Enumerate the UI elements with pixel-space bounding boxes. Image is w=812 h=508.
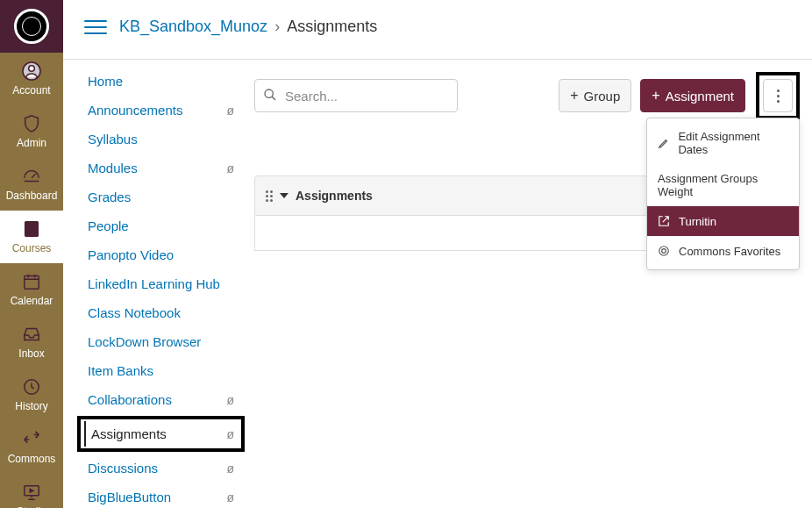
global-nav: Account Admin Dashboard Courses Calendar… (0, 0, 63, 508)
main-content: + Group + Assignment Edit Assignment Dat… (254, 72, 800, 251)
nav-label: Inbox (18, 347, 44, 360)
nav-label: Commons (8, 453, 56, 465)
nav-label: Account (12, 84, 50, 97)
svg-rect-3 (25, 276, 39, 290)
assignment-group-body (254, 216, 649, 251)
group-title: Assignments (296, 189, 373, 203)
breadcrumb-course[interactable]: KB_Sandbox_Munoz (119, 18, 267, 36)
nav-history[interactable]: History (0, 368, 63, 421)
cnav-itembanks[interactable]: Item Banks (84, 356, 238, 385)
svg-point-1 (29, 66, 35, 72)
nav-label: Dashboard (6, 190, 58, 202)
nav-courses[interactable]: Courses (0, 211, 63, 263)
menu-turnitin[interactable]: Turnitin (647, 206, 799, 236)
button-label: Group (584, 89, 621, 104)
nav-inbox[interactable]: Inbox (0, 316, 63, 368)
menu-edit-dates[interactable]: Edit Assignment Dates (647, 122, 799, 164)
nav-commons[interactable]: Commons (0, 421, 63, 474)
toolbar: + Group + Assignment Edit Assignment Dat… (254, 72, 800, 119)
cnav-notebook[interactable]: Class Notebook (84, 298, 238, 327)
add-assignment-button[interactable]: + Assignment (640, 79, 745, 112)
book-icon (20, 218, 43, 240)
cnav-modules[interactable]: Modulesø (84, 154, 238, 182)
add-group-button[interactable]: + Group (559, 79, 631, 112)
plus-icon: + (652, 88, 659, 104)
shield-icon (20, 112, 43, 135)
hidden-icon: ø (226, 104, 234, 118)
hidden-icon: ø (226, 427, 234, 441)
user-circle-icon (20, 60, 43, 82)
gauge-icon (20, 165, 43, 188)
cnav-lockdown[interactable]: LockDown Browser (84, 327, 238, 356)
more-options-menu: Edit Assignment Dates Assignment Groups … (646, 118, 800, 270)
svg-point-8 (659, 247, 669, 256)
svg-rect-2 (25, 222, 39, 237)
nav-dashboard[interactable]: Dashboard (0, 158, 63, 211)
cnav-announcements[interactable]: Announcementsø (84, 96, 238, 125)
cnav-discussions[interactable]: Discussionsø (84, 454, 238, 483)
search-wrap (254, 79, 458, 112)
pencil-icon (658, 136, 671, 150)
breadcrumb-page: Assignments (287, 18, 377, 36)
presentation-icon (20, 481, 43, 504)
nav-label: Courses (12, 242, 52, 254)
logo[interactable] (0, 0, 63, 53)
button-label: Assignment (666, 89, 734, 104)
nav-label: Admin (17, 137, 46, 149)
hidden-icon: ø (226, 490, 234, 504)
svg-point-7 (662, 249, 666, 254)
menu-commons-favorites[interactable]: Commons Favorites (647, 236, 799, 266)
cnav-panopto[interactable]: Panopto Video (84, 240, 238, 269)
hidden-icon: ø (226, 393, 234, 407)
assignment-group-header[interactable]: Assignments (254, 175, 649, 216)
clock-icon (20, 376, 43, 398)
export-icon (658, 214, 672, 228)
header: KB_Sandbox_Munoz › Assignments (63, 0, 812, 60)
hamburger-icon[interactable] (84, 16, 107, 39)
breadcrumb-separator: › (274, 18, 280, 36)
svg-point-6 (265, 89, 273, 97)
cnav-assignments[interactable]: Assignmentsø (84, 421, 238, 447)
hidden-icon: ø (226, 161, 234, 175)
nav-calendar[interactable]: Calendar (0, 263, 63, 316)
nav-studio[interactable]: Studio (0, 474, 63, 508)
nav-account[interactable]: Account (0, 53, 63, 105)
menu-groups-weight[interactable]: Assignment Groups Weight (647, 164, 799, 206)
cnav-bigbluebutton[interactable]: BigBlueButtonø (84, 483, 238, 508)
calendar-icon (20, 270, 43, 293)
cnav-collaborations[interactable]: Collaborationsø (84, 385, 238, 414)
cnav-people[interactable]: People (84, 211, 238, 240)
cnav-home[interactable]: Home (84, 67, 238, 96)
cnav-linkedin[interactable]: LinkedIn Learning Hub (84, 269, 238, 298)
commons-icon (658, 244, 672, 258)
nav-label: Calendar (11, 295, 53, 307)
plus-icon: + (570, 88, 578, 104)
inbox-icon (20, 323, 43, 346)
drag-handle-icon[interactable] (266, 190, 273, 202)
kebab-highlight (756, 72, 800, 119)
nav-admin[interactable]: Admin (0, 105, 63, 158)
more-options-button[interactable] (763, 79, 793, 112)
search-icon (263, 88, 277, 104)
breadcrumb: KB_Sandbox_Munoz › Assignments (119, 18, 377, 36)
cnav-assignments-highlight: Assignmentsø (77, 416, 245, 452)
hidden-icon: ø (226, 461, 234, 476)
share-icon (20, 428, 43, 451)
cnav-syllabus[interactable]: Syllabus (84, 125, 238, 154)
nav-label: History (15, 400, 47, 412)
course-nav: Home Announcementsø Syllabus Modulesø Gr… (84, 67, 238, 508)
chevron-down-icon[interactable] (280, 193, 288, 198)
cnav-grades[interactable]: Grades (84, 182, 238, 211)
search-input[interactable] (254, 79, 458, 112)
